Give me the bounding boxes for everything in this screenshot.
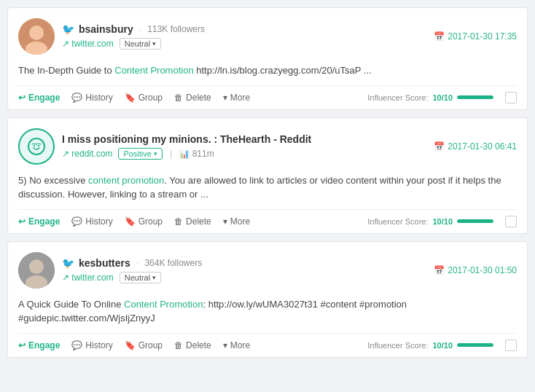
engage-button[interactable]: ↩ Engage (18, 93, 60, 103)
stat-badge: 📊 811m (179, 149, 214, 159)
score-section: Influencer Score: 10/10 (367, 217, 493, 226)
score-fill (457, 219, 493, 223)
followers: 364K followers (144, 258, 202, 268)
twitter-icon: 🐦 (62, 257, 74, 269)
score-section: Influencer Score: 10/10 (367, 93, 493, 102)
chart-icon: 📊 (179, 149, 190, 158)
select-checkbox[interactable] (505, 216, 517, 227)
engage-icon: ↩ (18, 216, 26, 227)
card-body: 5) No excessive content promotion. You a… (18, 170, 517, 202)
group-button[interactable]: 🔖 Group (125, 216, 163, 227)
calendar-icon: 📅 (434, 141, 445, 152)
svg-point-4 (34, 144, 35, 146)
svg-point-3 (28, 138, 44, 154)
score-bar (457, 219, 493, 223)
sentiment-badge[interactable]: Positive ▾ (118, 148, 163, 160)
username: kesbutters (79, 257, 130, 269)
avatar (18, 128, 55, 165)
select-checkbox[interactable] (505, 340, 517, 351)
user-info: 🐦 bsainsbury · 113K followers twitter.co… (62, 23, 434, 50)
more-icon: ▾ (223, 93, 227, 103)
history-button[interactable]: 💬 History (71, 216, 112, 227)
caret-icon: ▾ (152, 274, 156, 281)
more-button[interactable]: ▾ More (223, 216, 250, 227)
score-value: 10/10 (432, 341, 453, 350)
score-fill (457, 95, 493, 99)
score-value: 10/10 (432, 93, 453, 102)
more-button[interactable]: ▾ More (223, 340, 250, 350)
timestamp: 📅 2017-01-30 17:35 (434, 31, 517, 42)
caret-icon: ▾ (154, 150, 157, 157)
delete-icon: 🗑 (174, 340, 183, 350)
user-info: 🐦 kesbutters · 364K followers twitter.co… (62, 257, 434, 283)
avatar (18, 252, 55, 289)
svg-point-7 (29, 259, 44, 274)
card-body: The In-Depth Guide to Content Promotion … (18, 60, 517, 78)
more-icon: ▾ (223, 216, 227, 227)
post-title: I miss positioning my minions. : TheHear… (62, 133, 311, 145)
group-icon: 🔖 (125, 216, 136, 227)
engage-button[interactable]: ↩ Engage (18, 340, 60, 350)
card-kesbutters: 🐦 kesbutters · 364K followers twitter.co… (7, 241, 528, 358)
group-icon: 🔖 (125, 340, 136, 350)
source-link[interactable]: reddit.com (62, 149, 112, 159)
history-button[interactable]: 💬 History (71, 93, 112, 103)
sentiment-badge[interactable]: Neutral ▾ (120, 272, 161, 283)
source-link[interactable]: twitter.com (62, 273, 114, 283)
card-reddit: I miss positioning my minions. : TheHear… (7, 117, 528, 234)
delete-button[interactable]: 🗑 Delete (174, 216, 211, 227)
body-highlight[interactable]: Content Promotion (114, 65, 193, 76)
card-bsainsbury: 🐦 bsainsbury · 113K followers twitter.co… (7, 7, 528, 110)
score-section: Influencer Score: 10/10 (367, 341, 493, 350)
score-bar (457, 95, 493, 99)
delete-button[interactable]: 🗑 Delete (174, 93, 211, 103)
source-link[interactable]: twitter.com (62, 39, 114, 49)
group-button[interactable]: 🔖 Group (125, 93, 163, 103)
delete-icon: 🗑 (174, 216, 183, 227)
calendar-icon: 📅 (434, 31, 445, 42)
score-value: 10/10 (432, 217, 453, 226)
group-button[interactable]: 🔖 Group (125, 340, 163, 350)
card-footer: ↩ Engage 💬 History 🔖 Group 🗑 Delete ▾ Mo… (18, 333, 517, 357)
history-icon: 💬 (71, 340, 82, 350)
twitter-icon: 🐦 (62, 23, 74, 35)
card-footer: ↩ Engage 💬 History 🔖 Group 🗑 Delete ▾ Mo… (18, 85, 517, 109)
more-icon: ▾ (223, 340, 227, 350)
history-icon: 💬 (71, 93, 82, 103)
svg-point-5 (38, 144, 39, 146)
body-highlight[interactable]: content promotion (88, 175, 164, 186)
score-bar (457, 343, 493, 347)
svg-point-1 (29, 26, 44, 40)
history-icon: 💬 (71, 216, 82, 227)
avatar (18, 18, 55, 55)
calendar-icon: 📅 (434, 265, 445, 275)
more-button[interactable]: ▾ More (223, 93, 250, 103)
engage-icon: ↩ (18, 340, 26, 350)
card-footer: ↩ Engage 💬 History 🔖 Group 🗑 Delete ▾ Mo… (18, 209, 517, 233)
history-button[interactable]: 💬 History (71, 340, 112, 350)
caret-icon: ▾ (152, 40, 156, 47)
group-icon: 🔖 (125, 93, 136, 103)
sentiment-badge[interactable]: Neutral ▾ (120, 38, 161, 50)
followers: 113K followers (147, 24, 205, 34)
engage-button[interactable]: ↩ Engage (18, 216, 60, 227)
delete-button[interactable]: 🗑 Delete (174, 340, 211, 350)
engage-icon: ↩ (18, 93, 26, 103)
select-checkbox[interactable] (505, 92, 517, 103)
timestamp: 📅 2017-01-30 01:50 (434, 265, 517, 275)
delete-icon: 🗑 (174, 93, 183, 103)
username: bsainsbury (79, 23, 133, 35)
body-highlight[interactable]: Content Promotion (124, 299, 203, 310)
score-fill (457, 343, 493, 347)
user-info: I miss positioning my minions. : TheHear… (62, 133, 434, 160)
timestamp: 📅 2017-01-30 06:41 (434, 141, 517, 152)
card-body: A Quick Guide To Online Content Promotio… (18, 294, 517, 326)
